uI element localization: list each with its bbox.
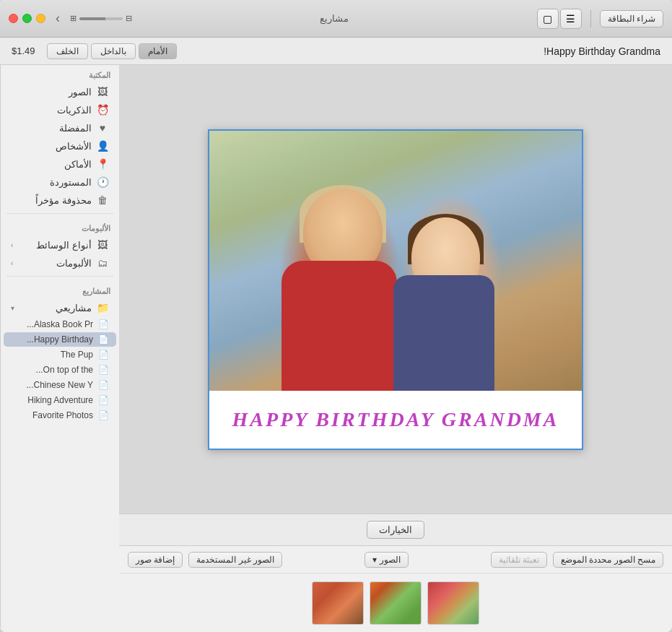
photo-thumbnail-2[interactable] [370,581,422,625]
places-icon: 📍 [96,158,109,170]
favorites-icon: ♥ [96,122,109,134]
back-page-button[interactable]: الخلف [47,43,88,59]
photos-dropdown[interactable]: الصور ▾ [365,552,409,568]
zoom-slider[interactable] [79,17,123,20]
sidebar-on-top-label: On top of the... [18,365,93,375]
albums-icon: 🗂 [96,257,109,269]
subtitlebar: Happy Birthday Grandma! الأمام بالداخل ا… [0,38,672,65]
imported-icon: 🕐 [96,176,109,188]
titlebar: شراء البطاقة ☰ ▢ مشاريع ⊟ ⊞ › [0,0,672,38]
front-page-button[interactable]: الأمام [139,43,177,59]
sidebar-item-memories[interactable]: ⏰ الذكريات [4,101,116,118]
albums-header: الألبومات [1,218,119,235]
card-photo[interactable] [209,131,582,391]
sidebar-people-label: الأشخاص [11,141,92,152]
sidebar-photos-label: الصور [11,87,92,98]
options-button[interactable]: الخيارات [367,521,424,539]
chevron-down-icon: ▾ [372,555,377,565]
buy-button[interactable]: شراء البطاقة [600,10,663,27]
unused-photos-button[interactable]: الصور غير المستخدمة [188,552,282,568]
sidebar-item-my-projects[interactable]: 📁 مشاريعي ▾ [4,299,116,316]
inside-page-button[interactable]: بالداخل [91,43,136,59]
main-area: HAPPY BIRTHDAY GRANDMA الخيارات مسح الصو… [0,65,672,632]
sidebar-birthday-label: Happy Birthday... [18,334,93,345]
close-button[interactable] [9,14,18,23]
sidebar-item-hiking[interactable]: 📄 Hiking Adventure [4,393,116,407]
zoom-in-icon: ⊞ [70,14,77,23]
page-nav-group: الأمام بالداخل الخلف [47,43,177,59]
sidebar-chinese-label: Chinese New Y... [18,380,93,390]
card-icon-birthday: 📄 [97,334,109,345]
card-text: HAPPY BIRTHDAY GRANDMA [232,408,559,431]
sidebar-alaska-label: Alaska Book Pr... [18,319,93,329]
people-icon: 👤 [96,140,109,152]
sidebar-my-projects-label: مشاريعي [19,303,92,313]
sidebar-item-people[interactable]: 👤 الأشخاص [4,137,116,155]
sidebar-item-happy-birthday[interactable]: 📄 Happy Birthday... [4,332,116,347]
content-area: HAPPY BIRTHDAY GRANDMA الخيارات مسح الصو… [119,65,672,632]
folder-icon: 📁 [96,302,109,313]
photos-icon: 🖼 [96,86,109,98]
card-icon-alaska: 📄 [97,319,109,329]
sidebar-item-favorites[interactable]: ♥ المفضلة [4,119,116,137]
bottom-controls: مسح الصور محددة الموضع تعبئة تلقائية الص… [119,546,672,573]
traffic-lights [9,14,45,23]
card[interactable]: HAPPY BIRTHDAY GRANDMA [208,129,583,450]
sidebar-item-photos[interactable]: 🖼 الصور [4,83,116,100]
card-icon-on-top: 📄 [97,365,109,375]
price-label: $1.49 [12,46,35,56]
sidebar-places-label: الأماكن [11,159,92,170]
sidebar-item-on-top[interactable]: 📄 On top of the... [4,363,116,377]
photo-thumbnail-1[interactable] [427,581,479,625]
sidebar-albums-label: الألبومات [17,258,92,269]
sidebar: المكتبة 🖼 الصور ⏰ الذكريات ♥ المفضلة 👤 ا… [0,65,119,632]
sidebar-imported-label: المستوردة [11,177,92,188]
maximize-button[interactable] [22,14,32,23]
toolbar-center: مشاريع [138,13,531,24]
sidebar-item-recently-deleted[interactable]: 🗑 محذوفة مؤخراً [4,191,116,209]
media-types-icon: 🖼 [96,239,109,251]
sidebar-item-favorite-photos[interactable]: 📄 Favorite Photos [4,408,116,423]
sidebar-item-albums[interactable]: 🗂 الألبومات › [4,254,116,272]
clear-selected-button[interactable]: مسح الصور محددة الموضع [553,552,663,568]
card-viewport: HAPPY BIRTHDAY GRANDMA [119,65,672,514]
sidebar-toggle-button[interactable]: ☰ [560,9,582,29]
sidebar-item-places[interactable]: 📍 الأماكن [4,155,116,173]
memories-icon: ⏰ [96,104,109,116]
bottom-toolbar: مسح الصور محددة الموضع تعبئة تلقائية الص… [119,545,672,632]
card-icon-pup: 📄 [97,350,109,360]
auto-fill-button[interactable]: تعبئة تلقائية [491,552,547,568]
projects-header: المشاريع [1,281,119,298]
minimize-button[interactable] [36,14,45,23]
sidebar-item-alaska-book[interactable]: 📄 Alaska Book Pr... [4,317,116,332]
sidebar-hiking-label: Hiking Adventure [18,395,93,405]
card-text-area: HAPPY BIRTHDAY GRANDMA [209,391,582,449]
sidebar-deleted-label: محذوفة مؤخراً [11,195,92,206]
sidebar-item-media-types[interactable]: 🖼 أنواع الوسائط › [4,236,116,254]
person-1-body [282,261,397,391]
forward-nav-button[interactable]: › [51,11,64,26]
options-bar: الخيارات [119,514,672,545]
document-title: Happy Birthday Grandma! [188,46,660,57]
sidebar-item-imported[interactable]: 🕐 المستوردة [4,173,116,191]
photo-strip [119,573,672,632]
sidebar-item-chinese-new[interactable]: 📄 Chinese New Y... [4,378,116,392]
layout-toggle-button[interactable]: ▢ [537,9,559,29]
photos-dropdown-label: الصور [380,555,401,565]
trash-icon: 🗑 [96,194,109,206]
chevron-right-icon-media: › [11,241,13,249]
add-photos-button[interactable]: إضافة صور [128,552,183,568]
photo-thumbnail-3[interactable] [312,581,364,625]
card-icon-favorites: 📄 [97,410,109,420]
sidebar-memories-label: الذكريات [11,105,92,116]
sidebar-favorite-photos-label: Favorite Photos [18,410,93,420]
sidebar-item-the-pup[interactable]: 📄 The Pup [4,347,116,362]
sidebar-divider-2 [6,276,113,277]
card-icon-chinese: 📄 [97,380,109,390]
zoom-out-icon: ⊟ [126,14,132,23]
view-toggle-group: ☰ ▢ [537,9,582,29]
chevron-down-icon-projects: ▾ [11,304,14,312]
card-icon-hiking: 📄 [97,395,109,405]
sidebar-divider-1 [6,213,113,214]
sidebar-favorites-label: المفضلة [11,123,92,134]
